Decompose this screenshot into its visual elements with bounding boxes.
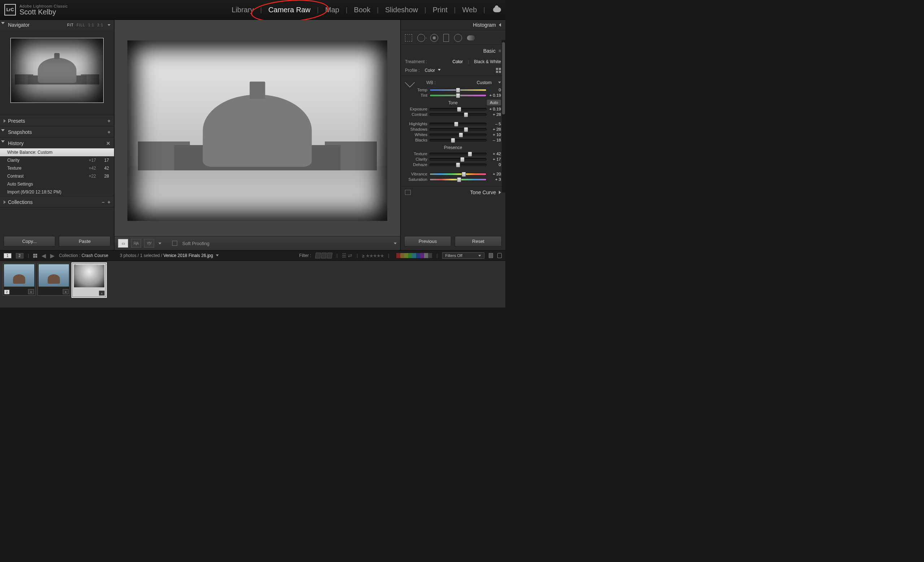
add-snapshot-button[interactable]: + — [108, 129, 111, 135]
white-balance-dropper-icon[interactable] — [405, 78, 415, 87]
right-panel-scrollbar[interactable] — [502, 40, 506, 192]
contrast-track[interactable] — [429, 113, 486, 116]
presets-header[interactable]: Presets + — [0, 116, 114, 126]
shadows-track[interactable] — [429, 128, 486, 131]
contrast-slider[interactable]: Contrast + 28 — [405, 112, 501, 117]
module-print[interactable]: Print — [432, 4, 448, 15]
history-row[interactable]: White Balance: Custom — [0, 148, 114, 156]
slider-thumb-icon[interactable] — [456, 88, 460, 93]
nav-3to1-button[interactable]: 3:1 — [97, 23, 103, 27]
color-swatch[interactable] — [428, 253, 432, 258]
slider-thumb-icon[interactable] — [460, 157, 465, 162]
monitor-1-button[interactable]: 1 — [4, 253, 12, 258]
module-slideshow[interactable]: Slideshow — [384, 4, 418, 15]
next-photo-button[interactable]: ▶ — [50, 252, 54, 259]
paste-settings-button[interactable]: Paste — [59, 236, 111, 247]
histogram-header[interactable]: Histogram — [400, 20, 506, 30]
graduated-filter-tool-icon[interactable] — [443, 34, 449, 42]
auto-tone-button[interactable]: Auto — [487, 100, 501, 105]
module-camera-raw[interactable]: Camera Raw — [268, 4, 312, 15]
whites-track[interactable] — [429, 133, 486, 136]
exposure-track[interactable] — [429, 108, 486, 111]
filters-off-dropdown[interactable]: Filters Off — [442, 252, 484, 259]
nav-1to1-button[interactable]: 1:1 — [88, 23, 94, 27]
nav-zoom-dropdown-icon[interactable] — [108, 24, 111, 26]
history-header[interactable]: History ✕ — [0, 138, 114, 148]
color-label-filter[interactable] — [396, 253, 432, 258]
radial-filter-tool-icon[interactable] — [454, 34, 462, 42]
breadcrumb-dropdown-icon[interactable] — [216, 255, 219, 256]
clarity-track[interactable] — [429, 158, 486, 160]
redeye-tool-icon[interactable] — [430, 34, 438, 42]
color-swatch[interactable] — [420, 253, 424, 258]
color-swatch[interactable] — [408, 253, 412, 258]
temp-slider[interactable]: Temp 0 — [405, 88, 501, 92]
color-swatch[interactable] — [424, 253, 428, 258]
nav-fit-button[interactable]: FIT — [67, 23, 74, 27]
grid-view-icon[interactable] — [33, 254, 37, 258]
navigator-header[interactable]: Navigator FIT FILL 1:1 3:1 — [0, 20, 114, 30]
filmstrip-thumbnail[interactable]: 3 ± — [72, 263, 106, 297]
adjustment-brush-tool-icon[interactable] — [467, 35, 475, 40]
slider-thumb-icon[interactable] — [464, 112, 468, 117]
wb-dropdown[interactable]: Custom — [477, 80, 501, 85]
add-preset-button[interactable]: + — [108, 118, 111, 124]
filmstrip-thumbnail[interactable]: 1 2 ± — [3, 263, 35, 295]
panel-switch-icon[interactable] — [405, 190, 411, 195]
module-web[interactable]: Web — [462, 4, 478, 15]
before-after-ra-button[interactable]: R|A — [131, 239, 141, 247]
dehaze-track[interactable] — [429, 163, 486, 166]
slider-thumb-icon[interactable] — [456, 93, 460, 98]
history-row[interactable]: Contrast +22 28 — [0, 172, 114, 180]
profile-browser-icon[interactable] — [496, 68, 501, 73]
monitor-2-button[interactable]: 2 — [16, 253, 24, 258]
rating-filter[interactable]: ≥ ★★★★★ — [362, 253, 384, 258]
history-row[interactable]: Clarity +17 17 — [0, 156, 114, 164]
nav-fill-button[interactable]: FILL — [76, 23, 85, 27]
snapshots-header[interactable]: Snapshots + — [0, 127, 114, 137]
flag-filter-icons[interactable] — [315, 253, 332, 258]
history-row[interactable]: Auto Settings — [0, 180, 114, 188]
treatment-bw-button[interactable]: Black & White — [474, 59, 501, 64]
blacks-slider[interactable]: Blacks – 18 — [405, 138, 501, 142]
saturation-slider[interactable]: Saturation + 3 — [405, 177, 501, 181]
collections-header[interactable]: Collections – + — [0, 197, 114, 207]
reset-button[interactable]: Reset — [455, 236, 502, 247]
color-swatch[interactable] — [412, 253, 416, 258]
copy-settings-button[interactable]: Copy... — [4, 236, 55, 247]
tint-track[interactable] — [429, 94, 486, 97]
module-book[interactable]: Book — [353, 4, 371, 15]
temp-track[interactable] — [429, 89, 486, 91]
saturation-track[interactable] — [429, 178, 486, 181]
slider-thumb-icon[interactable] — [459, 132, 463, 138]
texture-track[interactable] — [429, 153, 486, 155]
soft-proofing-checkbox[interactable] — [172, 241, 177, 246]
cloud-sync-icon[interactable] — [493, 7, 501, 12]
basic-panel-header[interactable]: Basic ≡ — [400, 46, 506, 56]
filmstrip[interactable]: 1 2 ±2 ±3 ± — [0, 261, 506, 307]
module-map[interactable]: Map — [324, 4, 340, 15]
slider-thumb-icon[interactable] — [457, 177, 461, 182]
tone-curve-header[interactable]: Tone Curve — [400, 187, 506, 198]
filter-switch-icon[interactable] — [489, 253, 493, 258]
crop-tool-icon[interactable] — [405, 34, 412, 42]
vibrance-slider[interactable]: Vibrance + 20 — [405, 172, 501, 176]
before-after-yy-button[interactable]: Y|Y — [144, 239, 154, 247]
remove-collection-button[interactable]: – — [102, 199, 105, 205]
previous-photo-button[interactable]: ◀ — [42, 252, 46, 259]
history-row[interactable]: Texture +42 42 — [0, 164, 114, 172]
view-mode-dropdown-icon[interactable] — [159, 243, 161, 244]
toolbar-options-dropdown-icon[interactable] — [394, 243, 397, 244]
color-swatch[interactable] — [416, 253, 420, 258]
profile-dropdown[interactable]: Color — [425, 68, 441, 73]
slider-thumb-icon[interactable] — [456, 162, 460, 168]
dehaze-slider[interactable]: Dehaze 0 — [405, 162, 501, 167]
previous-button[interactable]: Previous — [404, 236, 451, 247]
history-row[interactable]: Import (6/9/20 12:18:52 PM) — [0, 188, 114, 196]
vibrance-track[interactable] — [429, 173, 486, 175]
panel-menu-icon[interactable]: ≡ — [498, 48, 501, 53]
blacks-track[interactable] — [429, 139, 486, 141]
attribute-filter-icons[interactable]: ☰ ⇄ — [342, 253, 352, 258]
color-swatch[interactable] — [400, 253, 404, 258]
loupe-view-button[interactable]: ▭ — [118, 239, 128, 247]
